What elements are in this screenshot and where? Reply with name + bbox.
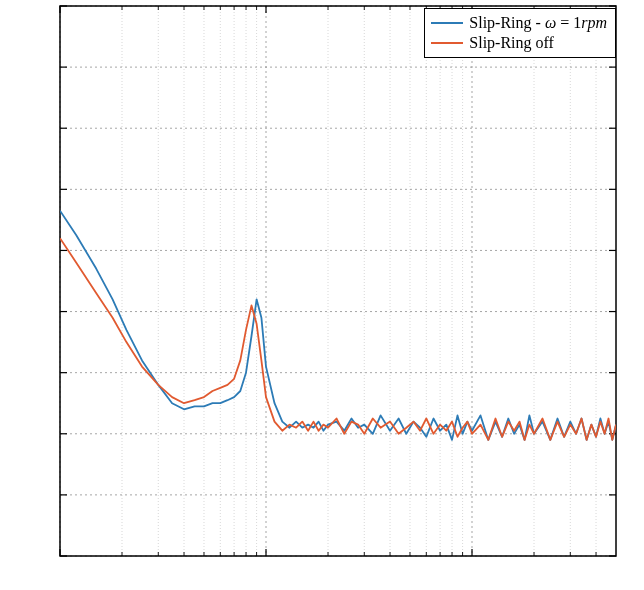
legend-entry-2: Slip-Ring off bbox=[431, 33, 607, 53]
legend-swatch-1 bbox=[431, 22, 463, 24]
legend: Slip-Ring - ω = 1rpm Slip-Ring off bbox=[424, 8, 616, 58]
chart-svg bbox=[0, 0, 644, 590]
legend-swatch-2 bbox=[431, 42, 463, 44]
chart-root: Slip-Ring - ω = 1rpm Slip-Ring off bbox=[0, 0, 644, 590]
legend-label-1: Slip-Ring - ω = 1rpm bbox=[469, 13, 607, 33]
svg-rect-0 bbox=[60, 6, 616, 556]
legend-entry-1: Slip-Ring - ω = 1rpm bbox=[431, 13, 607, 33]
legend-label-2: Slip-Ring off bbox=[469, 33, 554, 53]
